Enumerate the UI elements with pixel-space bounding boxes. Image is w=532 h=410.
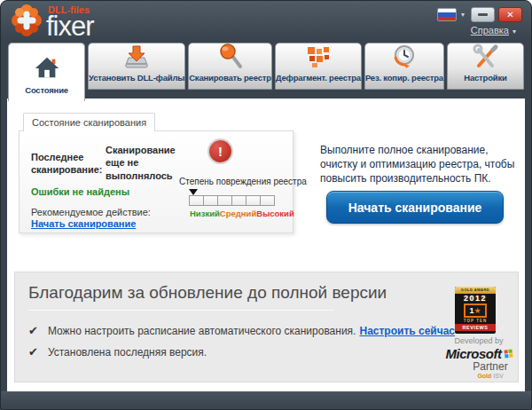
top-ten-reviews-award-badge: GOLD AWARD 2012 1★ TOP TEN REVIEWS [455, 287, 496, 334]
start-scan-button[interactable]: Начать сканирование [326, 191, 504, 224]
brand-main-label: fixer [46, 12, 94, 40]
start-scan-link[interactable]: Начать сканирование [31, 218, 136, 229]
backup-registry-icon [390, 43, 419, 71]
scan-status-group-label: Состояние сканирования [23, 113, 155, 131]
gauge-cell [217, 195, 232, 206]
damage-low-label: Низкий [190, 209, 220, 218]
microsoft-pinwheel-icon [504, 349, 512, 358]
check-icon: ✔ [28, 324, 38, 337]
top-ten-text: TOP TEN [455, 318, 496, 324]
close-button[interactable]: ✕ [498, 7, 522, 22]
top-ten-logo-icon: 1★ [464, 304, 487, 318]
tab-settings-label: Настройки [464, 73, 506, 89]
tab-defrag-registry-label: Дефрагмент. реестра [276, 73, 361, 89]
home-icon [34, 51, 60, 83]
list-item-text: Установлена последняя версия. [48, 346, 207, 359]
partner-label: Partner [453, 361, 528, 373]
tab-status-label: Состояние [25, 85, 68, 101]
main-tab-bar: Состояние Установить DLL-файлы Скани [1, 40, 531, 99]
help-menu[interactable]: Справка ▾ [471, 25, 519, 35]
last-scan-value: Сканирование еще не выполнялось [106, 144, 191, 182]
upgrade-title: Благодарим за обновление до полной верси… [28, 283, 387, 303]
gauge-cell [203, 195, 218, 206]
title-bar: DLL-files fixer ▾ ✕ Справка ▾ [1, 1, 531, 40]
help-label[interactable]: Справка [471, 25, 509, 35]
tab-defrag-registry[interactable]: Дефрагмент. реестра [275, 43, 362, 90]
tab-backup-registry-label: Рез. копир. реестра [365, 73, 443, 89]
star-icon: ★ [473, 306, 481, 315]
gauge-cell [231, 195, 246, 206]
warning-icon: ! [209, 140, 231, 162]
settings-icon [471, 43, 499, 71]
help-caret-icon: ▾ [512, 28, 516, 35]
window-footer [1, 391, 531, 409]
list-item-text: Можно настроить расписание автоматическо… [48, 325, 356, 337]
tab-scan-registry-label: Сканировать реестр [189, 73, 271, 89]
app-logo: DLL-files fixer [10, 3, 94, 42]
language-caret-icon[interactable]: ▾ [461, 11, 465, 19]
gold-label: Gold [477, 373, 491, 379]
list-item: ✔ Можно настроить расписание автоматичес… [28, 324, 455, 337]
registry-damage-label: Степень повреждения реестра [179, 177, 293, 186]
recommended-action-label: Рекомендуемое действие: [31, 207, 151, 217]
developed-by-label: Developed by [430, 336, 528, 345]
gauge-cell [189, 195, 204, 206]
list-item: ✔ Установлена последняя версия. [28, 345, 455, 359]
tab-backup-registry[interactable]: Рез. копир. реестра [364, 43, 444, 90]
isv-label: ISV [493, 373, 503, 379]
last-scan-label: Последнее сканирование: [31, 151, 104, 177]
tab-install-dll-label: Установить DLL-файлы [89, 73, 184, 89]
gauge-marker-icon [189, 189, 198, 195]
microsoft-partner-block: Developed by Microsoft Partner Gold ISV [430, 336, 528, 379]
install-dll-icon [122, 43, 151, 71]
title-divider [28, 310, 334, 311]
damage-gauge: Низкий Средний Высокий [190, 195, 282, 218]
gauge-cell [260, 195, 275, 206]
gauge-cell [246, 195, 261, 206]
scan-status-panel: Последнее сканирование: Сканирование еще… [19, 130, 293, 233]
minimize-button[interactable] [471, 7, 495, 22]
tab-scan-registry[interactable]: Сканировать реестр [188, 43, 272, 90]
award-year: 2012 [455, 294, 496, 304]
configure-now-link[interactable]: Настроить сейчас [359, 325, 455, 337]
tab-install-dll[interactable]: Установить DLL-файлы [88, 43, 185, 90]
tab-settings[interactable]: Настройки [447, 43, 524, 90]
scan-registry-icon [216, 43, 245, 71]
minimize-icon [478, 13, 488, 16]
tab-status[interactable]: Состояние [8, 43, 85, 101]
damage-high-label: Высокий [256, 209, 294, 218]
main-content: Состояние сканирования Последнее сканиро… [7, 99, 525, 391]
upgrade-panel: Благодарим за обновление до полной верси… [14, 272, 519, 382]
damage-medium-label: Средний [220, 209, 256, 218]
language-flag-button[interactable] [437, 8, 457, 21]
microsoft-brand-label: Microsoft [446, 346, 502, 361]
defrag-registry-icon [304, 43, 332, 71]
upgrade-items-list: ✔ Можно настроить расписание автоматичес… [28, 324, 455, 367]
app-window: DLL-files fixer ▾ ✕ Справка ▾ Состо [0, 0, 532, 410]
gear-logo-icon [10, 3, 43, 42]
check-icon: ✔ [28, 345, 38, 359]
gold-award-ribbon: GOLD AWARD [455, 287, 496, 294]
scan-description-text: Выполните полное сканирование, очистку и… [320, 143, 519, 186]
reviews-text: REVIEWS [455, 324, 496, 331]
errors-status-text: Ошибки не найдены [31, 186, 129, 197]
